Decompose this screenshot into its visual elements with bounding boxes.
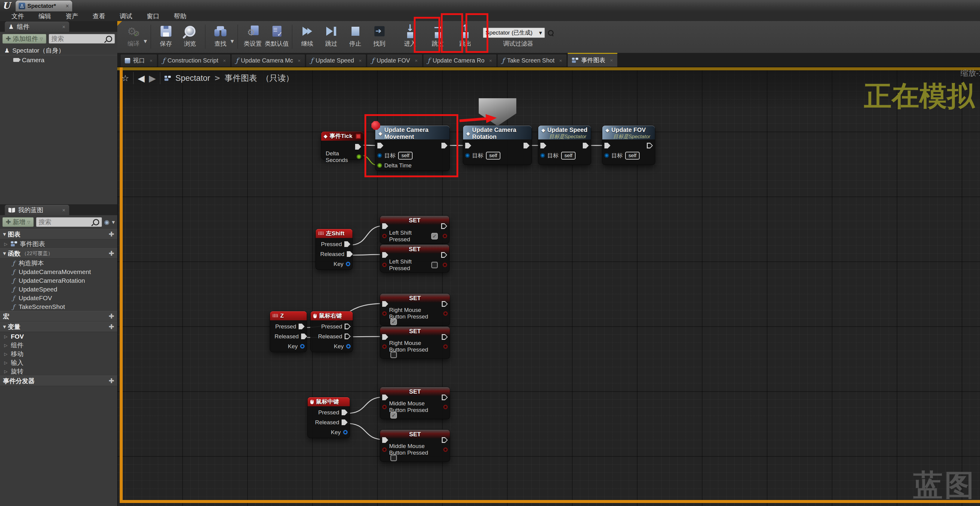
expander-icon[interactable]: ▷ [4, 241, 8, 246]
checkbox-checked[interactable]: ✓ [431, 233, 438, 240]
exec-pin[interactable] [465, 143, 471, 148]
node-set_rmb_off[interactable]: SETRight Mouse Button Pressed [380, 327, 450, 358]
section-header-变量[interactable]: ▼变量✚ [0, 322, 117, 332]
close-icon[interactable]: × [65, 3, 69, 9]
doc-tab-Construction Script[interactable]: ƒConstruction Script× [158, 54, 231, 67]
expander-icon[interactable]: ▼ [3, 232, 6, 236]
doc-tab-Update Camera Mc[interactable]: ƒUpdate Camera Mc× [231, 54, 305, 67]
doc-tab-事件图表[interactable]: 事件图表× [568, 53, 618, 67]
add-icon[interactable]: ✚ [109, 250, 114, 257]
data-pin-red[interactable] [382, 234, 387, 238]
expander-icon[interactable]: ▼ [3, 251, 6, 256]
node-set_rmb_on[interactable]: SETRight Mouse Button Pressed✓ [380, 293, 450, 325]
list-item[interactable]: ƒTakeScreenShot [0, 302, 117, 311]
add-new-button[interactable]: ✚ 新增 ▽ [2, 217, 34, 227]
data-pin-red[interactable] [443, 447, 448, 452]
close-icon[interactable]: × [610, 58, 613, 62]
self-reference-box[interactable]: self [625, 152, 640, 160]
list-item[interactable]: ▷旋转 [0, 367, 117, 376]
node-z[interactable]: ZPressedReleasedKey [270, 311, 307, 352]
breadcrumb-page[interactable]: 事件图表 [224, 73, 257, 84]
menu-item-4[interactable]: 调试 [113, 11, 140, 21]
add-icon[interactable]: ✚ [109, 377, 114, 385]
exec-pin[interactable] [342, 409, 348, 415]
node-uspd[interactable]: ◆Update Speed目标是Spectator目标self [538, 125, 591, 165]
toolbar-button-stop[interactable]: 停止 [344, 24, 368, 48]
node-lshift[interactable]: 左ShiftPressedReleasedKey [316, 229, 352, 270]
checkbox-checked[interactable]: ✓ [390, 412, 397, 419]
checkbox-unchecked[interactable] [390, 352, 397, 358]
bookmark-star-icon[interactable]: ☆ [121, 73, 129, 83]
data-pin-red[interactable] [382, 311, 387, 316]
nav-back-icon[interactable]: ◀ [138, 73, 145, 84]
data-pin-blue-hollow[interactable] [346, 344, 351, 349]
data-pin-blue[interactable] [465, 153, 470, 158]
close-icon[interactable]: × [415, 58, 418, 63]
menu-item-5[interactable]: 窗口 [140, 11, 167, 21]
doc-tab-Take Screen Shot[interactable]: ƒTake Screen Shot× [497, 54, 567, 67]
exec-pin[interactable] [355, 144, 361, 150]
list-item[interactable]: ƒUpdateCameraRotation [0, 276, 117, 285]
doc-tab-Update Camera Ro[interactable]: ƒUpdate Camera Ro× [423, 54, 497, 67]
close-icon[interactable]: × [298, 58, 301, 63]
list-item[interactable]: ▷组件 [0, 341, 117, 349]
add-icon[interactable]: ✚ [109, 230, 114, 238]
exec-pin[interactable] [605, 143, 611, 148]
checkbox-unchecked[interactable] [431, 262, 438, 268]
exec-pin[interactable] [347, 251, 353, 257]
close-icon[interactable]: × [62, 208, 65, 213]
list-item[interactable]: ▷FOV [0, 332, 117, 341]
debug-filter-select[interactable]: Spectator (已生成)▼ [483, 28, 545, 38]
menu-item-6[interactable]: 帮助 [167, 11, 194, 21]
node-ufov[interactable]: ◆Update FOV目标是Spectator目标self [602, 125, 655, 165]
add-icon[interactable]: ✚ [109, 323, 114, 330]
data-pin-red[interactable] [443, 311, 448, 316]
data-pin-red[interactable] [382, 447, 387, 452]
close-icon[interactable]: × [358, 58, 362, 63]
node-rmb[interactable]: 鼠标右键PressedReleasedKey [311, 311, 353, 352]
expander-icon[interactable]: ▷ [4, 343, 8, 347]
toolbar-button-class-settings[interactable]: ⚙类设置 [241, 24, 265, 48]
section-header-宏[interactable]: 宏✚ [0, 311, 117, 322]
asset-window-tab[interactable]: ♙ Spectator* × [16, 1, 72, 11]
chevron-down-icon[interactable]: ▼ [144, 39, 147, 44]
list-item[interactable]: ƒUpdateCameraMovement [0, 267, 117, 276]
data-pin-blue-hollow[interactable] [346, 262, 350, 266]
node-tick[interactable]: ◆事件TickDelta Seconds [321, 132, 363, 159]
menu-item-0[interactable]: 文件 [4, 11, 31, 21]
data-pin-red[interactable] [443, 344, 448, 349]
menu-item-3[interactable]: 查看 [85, 11, 113, 21]
tree-item[interactable]: Camera [0, 55, 117, 65]
section-header-事件分发器[interactable]: 事件分发器✚ [0, 376, 117, 386]
list-item[interactable]: ƒUpdateFOV [0, 293, 117, 302]
visibility-filter-icon[interactable]: ◉ [104, 219, 110, 226]
close-icon[interactable]: × [489, 58, 492, 63]
node-set_mmb_off[interactable]: SETMiddle Mouse Button Pressed [380, 430, 450, 462]
toolbar-button-class-defaults[interactable]: 类默认值 [265, 24, 289, 48]
close-icon[interactable]: × [559, 58, 562, 63]
exec-pin[interactable] [583, 143, 589, 148]
tree-item[interactable]: ♟Spectator（自身） [0, 46, 117, 55]
toolbar-button-save[interactable]: 保存 [154, 24, 178, 48]
myblueprint-search-input[interactable]: 搜索 [36, 217, 102, 227]
data-pin-red[interactable] [443, 263, 447, 267]
data-pin-red[interactable] [443, 234, 447, 238]
expander-icon[interactable]: ▷ [4, 334, 8, 339]
list-item[interactable]: ▷输入 [0, 358, 117, 367]
data-pin-red[interactable] [382, 263, 387, 267]
search-icon[interactable] [548, 30, 554, 36]
node-set_ls_off[interactable]: SETLeft Shift Pressed [380, 244, 449, 272]
node-set_mmb_on[interactable]: SETMiddle Mouse Button Pressed✓ [380, 387, 450, 419]
doc-tab-Update FOV[interactable]: ƒUpdate FOV× [367, 54, 422, 67]
expander-icon[interactable]: ▼ [3, 325, 6, 329]
expander-icon[interactable]: ▷ [4, 369, 8, 374]
checkbox-checked[interactable]: ✓ [390, 319, 397, 325]
breadcrumb-asset[interactable]: Spectator [175, 74, 210, 83]
data-pin-red[interactable] [382, 405, 387, 409]
data-pin-green[interactable] [356, 154, 361, 159]
chevron-down-icon[interactable]: ▼ [112, 220, 115, 224]
expander-icon[interactable]: ▷ [4, 360, 8, 365]
add-icon[interactable]: ✚ [109, 312, 114, 320]
toolbar-button-browse[interactable]: 浏览 [178, 24, 202, 48]
list-item[interactable]: ƒUpdateSpeed [0, 285, 117, 293]
